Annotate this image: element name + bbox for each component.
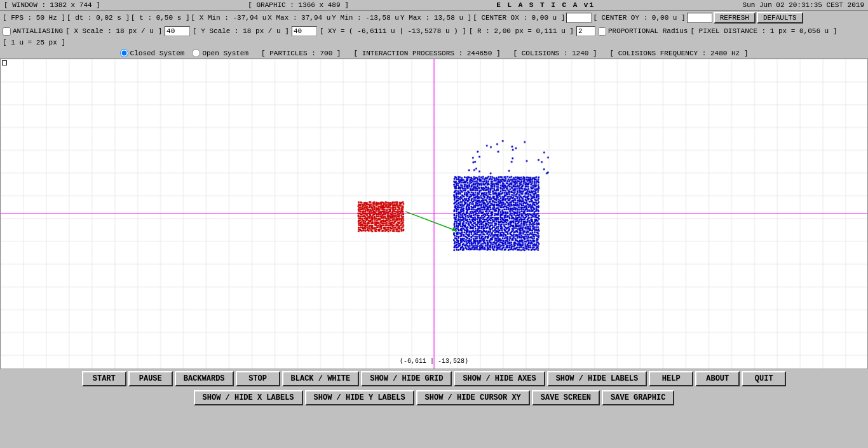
coord-label: (-6,611 | -13,528) bbox=[400, 358, 468, 365]
open-system-radio[interactable] bbox=[192, 49, 200, 57]
app-name: E L A S T I C A v1 bbox=[496, 1, 595, 9]
black-white-button[interactable]: BLACK / WHITE bbox=[282, 371, 360, 386]
show-hide-y-labels-button[interactable]: SHOW / HIDE Y LABELS bbox=[305, 390, 414, 405]
proportional-radius-checkbox[interactable] bbox=[598, 27, 606, 36]
help-button[interactable]: HELP bbox=[649, 371, 693, 386]
show-hide-x-labels-button[interactable]: SHOW / HIDE X LABELS bbox=[194, 390, 303, 405]
show-hide-labels-button[interactable]: SHOW / HIDE LABELS bbox=[547, 371, 648, 386]
save-screen-button[interactable]: SAVE SCREEN bbox=[532, 390, 600, 405]
u-label: [ 1 u = 25 px ] bbox=[3, 39, 65, 46]
start-button[interactable]: START bbox=[82, 371, 126, 386]
ymax-label: Y Max : 13,58 u ] bbox=[400, 14, 471, 22]
pixel-dist-label: [ PIXEL DISTANCE : 1 px = 0,056 u ] bbox=[690, 27, 837, 35]
collisions-label: [ COLISIONS : 1240 ] bbox=[513, 50, 597, 57]
yscale-input[interactable] bbox=[292, 26, 317, 36]
antialiasing-checkbox-label[interactable]: ANTIALIASING bbox=[3, 27, 63, 36]
open-system-label[interactable]: Open System bbox=[192, 49, 248, 57]
antialiasing-checkbox[interactable] bbox=[3, 27, 11, 36]
closed-system-label[interactable]: Closed System bbox=[120, 49, 185, 57]
yscale-label: [ Y Scale : 18 px / u ] bbox=[193, 27, 289, 35]
particles-label: [ PARTICLES : 700 ] bbox=[261, 50, 341, 57]
show-hide-grid-button[interactable]: SHOW / HIDE GRID bbox=[361, 371, 452, 386]
center-oy-label: [ CENTER OY : 0,00 u ] bbox=[593, 14, 685, 22]
graphic-info: [ GRAPHIC : 1366 x 489 ] bbox=[248, 1, 348, 9]
window-info: [ WINDOW : 1382 x 744 ] bbox=[4, 1, 100, 9]
t-label: [ t : 0,50 s ] bbox=[131, 14, 189, 22]
controls-row3: Closed System Open System [ PARTICLES : … bbox=[0, 48, 868, 58]
colisions-freq-label: [ COLISIONS FREQUENCY : 2480 Hz ] bbox=[610, 50, 749, 57]
top-bar: [ WINDOW : 1382 x 744 ] [ GRAPHIC : 1366… bbox=[0, 0, 868, 11]
refresh-button[interactable]: REFRESH bbox=[714, 12, 756, 24]
controls-row1: [ FPS : 50 Hz ] [ dt : 0,02 s ] [ t : 0,… bbox=[0, 11, 868, 25]
r-label: [ R : 2,00 px = 0,111 u ] bbox=[469, 27, 574, 35]
quit-button[interactable]: QUIT bbox=[742, 371, 786, 386]
xmax-label: X Max : 37,94 u bbox=[268, 14, 330, 22]
system-type-group: Closed System Open System bbox=[120, 49, 248, 57]
closed-system-radio[interactable] bbox=[120, 49, 128, 57]
fps-label: [ FPS : 50 Hz ] bbox=[3, 14, 65, 22]
defaults-button[interactable]: DEFAULTS bbox=[757, 12, 803, 24]
dt-label: [ dt : 0,02 s ] bbox=[67, 14, 130, 22]
center-oy-input[interactable] bbox=[687, 13, 712, 23]
show-hide-axes-button[interactable]: SHOW / HIDE AXES bbox=[454, 371, 545, 386]
canvas-area[interactable]: (-6,611 | -13,528) bbox=[0, 58, 868, 369]
xmin-label: [ X Min : -37,94 u bbox=[191, 14, 266, 22]
pause-button[interactable]: PAUSE bbox=[128, 371, 173, 386]
datetime: Sun Jun 02 20:31:35 CEST 2019 bbox=[743, 1, 864, 9]
ymin-label: Y Min : -13,58 u bbox=[332, 14, 399, 22]
xscale-input[interactable] bbox=[165, 26, 190, 36]
xscale-label: [ X Scale : 18 px / u ] bbox=[65, 27, 162, 35]
r-input[interactable] bbox=[576, 26, 595, 36]
bottom-buttons-row2: SHOW / HIDE X LABELS SHOW / HIDE Y LABEL… bbox=[0, 388, 868, 407]
save-graphic-button[interactable]: SAVE GRAPHIC bbox=[602, 390, 674, 405]
bottom-buttons-row1: START PAUSE BACKWARDS STOP BLACK / WHITE… bbox=[0, 369, 868, 388]
proportional-radius-label[interactable]: PROPORTIONAL Radius bbox=[598, 27, 688, 36]
show-hide-cursor-xy-button[interactable]: SHOW / HIDE CURSOR XY bbox=[416, 390, 530, 405]
center-ox-input[interactable] bbox=[566, 13, 592, 23]
backwards-button[interactable]: BACKWARDS bbox=[175, 371, 234, 386]
simulation-canvas bbox=[1, 59, 867, 369]
interaction-label: [ INTERACTION PROCESSORS : 244650 ] bbox=[353, 50, 500, 57]
about-button[interactable]: ABOUT bbox=[695, 371, 740, 386]
center-ox-label: [ CENTER OX : 0,00 u ] bbox=[473, 14, 565, 22]
corner-square bbox=[2, 60, 7, 65]
stop-button[interactable]: STOP bbox=[236, 371, 280, 386]
xy-label: [ XY = ( -6,6111 u | -13,5278 u ) ] bbox=[320, 27, 466, 35]
controls-row2: ANTIALIASING [ X Scale : 18 px / u ] [ Y… bbox=[0, 25, 868, 48]
